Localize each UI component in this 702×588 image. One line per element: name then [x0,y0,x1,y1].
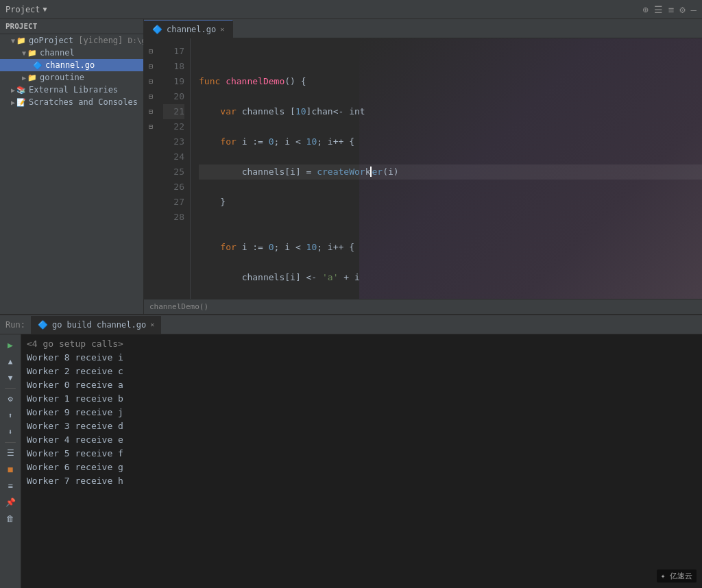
sidebar-header: PROJECT [0,19,143,34]
stop-button[interactable]: ■ [3,462,18,477]
scroll-up-button[interactable]: ▲ [3,354,18,369]
folder-icon-goroutine: 📁 [27,73,37,82]
pin-button[interactable]: 📌 [3,495,18,510]
tab-go-icon: 🔷 [152,25,162,34]
line-numbers: 17 18 19 20 21 22 23 24 25 26 27 28 [158,38,191,299]
terminal-line-3: Worker 0 receive a [27,378,697,392]
run-toolbar: ▶ ▲ ▼ ⚙ ⬆ ⬇ ☰ ■ ≡ 📌 🗑 [0,334,21,588]
code-line-22: } [199,195,702,210]
breadcrumb: channelDemo() [149,302,208,311]
sidebar-item-scratches[interactable]: ▶ 📝 Scratches and Consoles [0,96,143,108]
scroll-down-button[interactable]: ▼ [3,370,18,385]
project-name: goProject [yicheng] D:\goProject [29,36,144,45]
run-tab-bar: Run: 🔷 go build channel.go ✕ [0,315,702,334]
title-bar-left: Project ▼ [5,5,47,14]
terminal-line-9: Worker 6 receive g [27,461,697,474]
settings-run-button[interactable]: ⚙ [3,391,18,406]
scratches-label: Scratches and Consoles [29,97,138,107]
terminal-line-setup: <4 go setup calls> [27,337,697,351]
code-line-18: func channelDemo() { [199,74,702,89]
fold-icon-26[interactable]: ⊟ [145,104,156,119]
run-tab[interactable]: 🔷 go build channel.go ✕ [31,316,161,334]
toolbar-separator-1 [5,388,16,389]
code-line-25: channels[i] <- 'a' + i [199,270,702,285]
move-down-button[interactable]: ⬇ [3,424,18,439]
code-line-20: for i := 0; i < 10; i++ { [199,134,702,149]
terminal-line-2: Worker 2 receive c [27,365,697,378]
editor-area: 🔷 channel.go ✕ ⊟ ⊟ ⊟ ⊟ [144,19,702,314]
run-tab-close-button[interactable]: ✕ [150,321,154,328]
move-up-button[interactable]: ⬆ [3,408,18,423]
settings-icon[interactable]: ⊕ [642,4,648,15]
go-file-icon: 🔷 [33,61,43,70]
title-bar: Project ▼ ⊕ ☰ ≡ ⚙ — [0,0,702,19]
sidebar-item-goroutine[interactable]: ▶ 📁 goroutine [0,71,143,84]
code-line-24: for i := 0; i < 10; i++ { [199,240,702,255]
sidebar-item-external-libs[interactable]: ▶ 📚 External Libraries [0,84,143,96]
code-line-19: var channels [10]chan<- int [199,104,702,119]
fold-icon-18[interactable]: ⊟ [145,44,156,59]
library-icon: 📚 [16,86,26,95]
minimize-icon[interactable]: — [691,4,697,15]
chevron-right-icon-scratches: ▶ [11,99,15,106]
list-icon[interactable]: ≡ [668,4,674,15]
goroutine-label: goroutine [40,73,84,82]
terminal-content: <4 go setup calls> Worker 8 receive i Wo… [21,334,702,588]
code-editor[interactable]: ⊟ ⊟ ⊟ ⊟ ⊟ ⊟ 17 18 19 2 [144,38,702,299]
chevron-right-icon-goroutine: ▶ [22,74,26,82]
code-gutter: ⊟ ⊟ ⊟ ⊟ ⊟ ⊟ [144,38,158,299]
run-label: Run: [5,320,25,330]
external-libs-label: External Libraries [29,85,118,95]
watermark: ✦ 亿速云 [657,569,697,583]
tab-channel-go[interactable]: 🔷 channel.go ✕ [144,20,233,38]
terminal-line-5: Worker 9 receive j [27,406,697,419]
fold-icon-22[interactable]: ⊟ [145,74,156,89]
scratch-icon: 📝 [16,98,26,107]
toolbar-separator-2 [5,442,16,443]
main-area: PROJECT ▼ 📁 goProject [yicheng] D:\goPro… [0,19,702,314]
sidebar: PROJECT ▼ 📁 goProject [yicheng] D:\goPro… [0,19,144,314]
terminal-output[interactable]: <4 go setup calls> Worker 8 receive i Wo… [21,337,702,585]
format-button[interactable]: ☰ [3,445,18,461]
channel-go-label: channel.go [45,60,95,70]
sidebar-item-channel-go[interactable]: 🔷 channel.go [0,59,143,71]
fold-icon-20[interactable]: ⊟ [145,59,156,74]
terminal-line-1: Worker 8 receive i [27,351,697,365]
chevron-down-icon: ▼ [11,37,15,45]
delete-button[interactable]: 🗑 [3,511,18,526]
folder-icon-channel: 📁 [27,49,37,58]
dropdown-icon[interactable]: ▼ [43,5,47,13]
run-button[interactable]: ▶ [3,337,18,352]
run-tab-label: go build channel.go [52,320,146,330]
run-tab-go-icon: 🔷 [38,320,48,330]
title-icons: ⊕ ☰ ≡ ⚙ — [642,4,697,15]
code-content[interactable]: func channelDemo() { var channels [10]ch… [191,38,702,299]
terminal-line-8: Worker 5 receive f [27,447,697,461]
run-content: ▶ ▲ ▼ ⚙ ⬆ ⬇ ☰ ■ ≡ 📌 🗑 <4 go setup calls>… [0,334,702,588]
list-button[interactable]: ≡ [3,478,18,493]
code-editor-wrapper: ⊟ ⊟ ⊟ ⊟ ⊟ ⊟ 17 18 19 2 [144,38,702,299]
channel-folder-label: channel [40,48,75,58]
code-line-21: channels[i] = createWorker(i) [199,164,702,180]
fold-icon-28[interactable]: ⊟ [145,119,156,134]
terminal-line-4: Worker 1 receive b [27,392,697,406]
sidebar-item-goproject[interactable]: ▼ 📁 goProject [yicheng] D:\goProject [0,34,143,47]
tab-filename: channel.go [167,25,216,34]
menu-icon[interactable]: ☰ [654,4,663,15]
fold-icon-24[interactable]: ⊟ [145,89,156,104]
chevron-right-icon-libs: ▶ [11,86,15,94]
sidebar-item-channel-folder[interactable]: ▼ 📁 channel [0,47,143,59]
chevron-down-icon-channel: ▼ [22,49,26,57]
project-label: Project [5,5,40,14]
terminal-line-10: Worker 7 receive h [27,474,697,488]
terminal-line-6: Worker 3 receive d [27,419,697,433]
tab-close-button[interactable]: ✕ [220,25,224,33]
bottom-panel: Run: 🔷 go build channel.go ✕ ▶ ▲ ▼ ⚙ ⬆ ⬇… [0,314,702,588]
sidebar-title: PROJECT [5,22,37,31]
editor-tab-bar: 🔷 channel.go ✕ [144,19,702,38]
gear-icon[interactable]: ⚙ [679,4,685,15]
terminal-line-7: Worker 4 receive e [27,433,697,447]
folder-open-icon: 📁 [16,36,26,45]
breadcrumb-bar: channelDemo() [144,299,702,314]
